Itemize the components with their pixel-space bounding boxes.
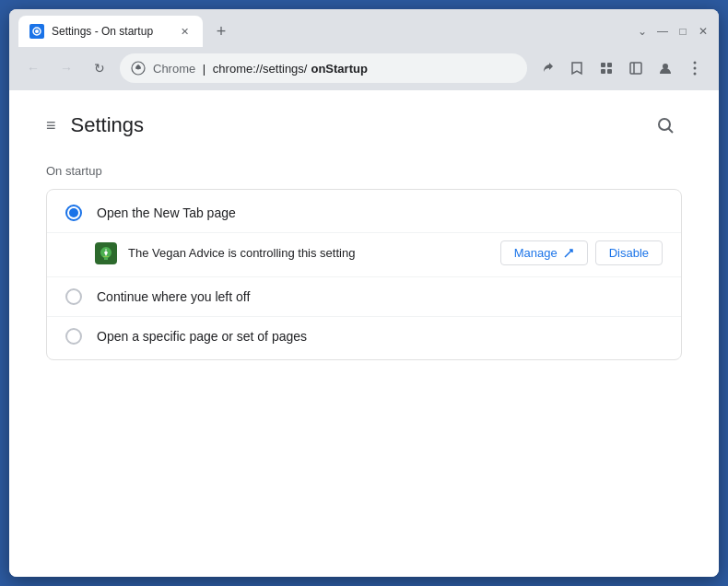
disable-button[interactable]: Disable	[595, 240, 663, 265]
menu-icon[interactable]: ≡	[46, 116, 56, 135]
option-new-tab-row[interactable]: Open the New Tab page	[47, 193, 681, 232]
browser-window: Settings - On startup ✕ + ⌄ — □ ✕ ← → ↻ …	[9, 9, 719, 577]
window-restore-button[interactable]: □	[676, 25, 689, 38]
address-text: Chrome | chrome://settings/onStartup	[153, 62, 368, 76]
address-path-pre: chrome://settings/	[213, 62, 308, 76]
extension-control-text: The Vegan Advice is controlling this set…	[128, 246, 489, 260]
extension-notice-row: The Vegan Advice is controlling this set…	[47, 232, 681, 277]
address-bar[interactable]: Chrome | chrome://settings/onStartup	[120, 53, 527, 83]
active-tab[interactable]: Settings - On startup ✕	[18, 16, 203, 47]
option-specific-label: Open a specific page or set of pages	[97, 329, 663, 344]
forward-button[interactable]: →	[53, 55, 79, 81]
svg-point-17	[105, 249, 107, 251]
search-button[interactable]	[649, 109, 682, 142]
svg-rect-6	[607, 69, 612, 74]
svg-rect-16	[103, 256, 109, 257]
toolbar: ← → ↻ Chrome | chrome://settings/onStart…	[9, 48, 719, 90]
window-minimize-button[interactable]: —	[656, 25, 669, 38]
svg-rect-4	[607, 63, 612, 67]
svg-point-12	[694, 73, 697, 76]
address-path-highlight: onStartup	[311, 62, 367, 76]
tab-title: Settings - On startup	[52, 25, 170, 38]
reload-button[interactable]: ↻	[87, 55, 112, 81]
svg-rect-5	[601, 69, 605, 74]
profile-button[interactable]	[652, 55, 678, 81]
option-continue-label: Continue where you left off	[97, 289, 663, 304]
startup-options-card: Open the New Tab page	[46, 189, 682, 360]
section-label: On startup	[46, 164, 682, 178]
site-name: Chrome	[153, 62, 195, 76]
window-close-button[interactable]: ✕	[697, 25, 710, 38]
option-specific-radio[interactable]	[65, 328, 82, 345]
new-tab-button[interactable]: +	[208, 18, 234, 44]
bookmark-button[interactable]	[564, 55, 590, 81]
option-specific-row[interactable]: Open a specific page or set of pages	[47, 317, 681, 356]
sidebar-button[interactable]	[623, 55, 649, 81]
tab-close-button[interactable]: ✕	[177, 24, 192, 39]
svg-line-14	[669, 129, 674, 134]
svg-point-13	[659, 119, 670, 130]
page-content: RISK.COM ≡ Settings On startup	[9, 90, 719, 577]
window-controls: ⌄ — □ ✕	[636, 25, 710, 38]
option-new-tab-label: Open the New Tab page	[97, 205, 663, 220]
toolbar-actions	[534, 55, 708, 81]
option-new-tab-radio[interactable]	[65, 205, 82, 221]
tab-favicon	[29, 24, 44, 39]
svg-rect-3	[601, 63, 605, 67]
window-chevron-button[interactable]: ⌄	[636, 25, 649, 38]
back-button[interactable]: ←	[20, 55, 46, 81]
extensions-button[interactable]	[593, 55, 619, 81]
title-bar: Settings - On startup ✕ + ⌄ — □ ✕	[9, 9, 719, 48]
settings-main: RISK.COM ≡ Settings On startup	[9, 90, 719, 577]
manage-button[interactable]: Manage	[500, 240, 588, 265]
svg-point-1	[35, 29, 39, 33]
more-menu-button[interactable]	[682, 55, 708, 81]
address-separator: |	[199, 62, 209, 76]
option-continue-radio[interactable]	[65, 288, 82, 305]
svg-point-10	[694, 62, 697, 64]
option-continue-row[interactable]: Continue where you left off	[47, 277, 681, 316]
settings-container: RISK.COM ≡ Settings On startup	[9, 90, 719, 577]
share-button[interactable]	[534, 55, 560, 81]
settings-header: ≡ Settings	[46, 109, 682, 142]
page-title: Settings	[71, 113, 145, 137]
extension-icon	[95, 242, 117, 264]
extension-actions: Manage Disable	[500, 240, 663, 265]
svg-point-11	[694, 67, 697, 70]
svg-rect-7	[630, 63, 641, 74]
site-security-icon	[131, 61, 146, 76]
